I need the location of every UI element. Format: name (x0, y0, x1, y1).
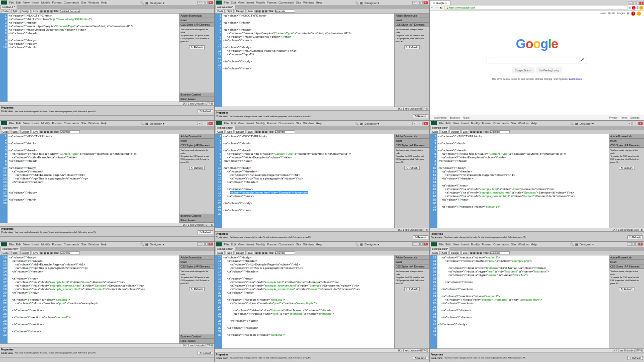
design-view-button[interactable]: Design (449, 251, 461, 255)
menu-item[interactable]: Commands (64, 122, 79, 125)
menu-item[interactable]: Help (316, 122, 322, 125)
panel-css-styles[interactable]: CSS Styles | AP Elements (609, 143, 644, 148)
workspace-label[interactable]: Designer ▾ (150, 122, 164, 125)
workspace-label[interactable]: Designer ▾ (580, 122, 594, 125)
minimize-button[interactable]: – (197, 122, 202, 125)
menu-item[interactable]: Insert (32, 243, 39, 246)
panel-insert[interactable]: Insert (179, 18, 214, 23)
panel-css-styles[interactable]: CSS Styles | AP Elements (395, 23, 429, 27)
minimize-button[interactable]: – (628, 2, 633, 5)
properties-refresh-button[interactable]: ↻ Refresh (413, 356, 428, 360)
design-view-button[interactable]: Design (20, 9, 31, 13)
split-view-button[interactable]: Split (11, 251, 19, 255)
maximize-button[interactable]: □ (418, 122, 423, 125)
menu-item[interactable]: Insert (32, 122, 39, 125)
menu-item[interactable]: Format (267, 1, 277, 4)
document-tab[interactable]: example.html* (216, 5, 235, 9)
title-input[interactable] (60, 251, 80, 254)
menu-item[interactable]: File (9, 243, 14, 246)
split-view-button[interactable]: Split (226, 130, 234, 134)
layout-icon[interactable]: ▦ (145, 1, 148, 5)
menu-item[interactable]: Commands (64, 1, 79, 4)
close-button[interactable]: × (208, 242, 213, 246)
panel-css-styles[interactable]: CSS Styles | AP Elements (179, 23, 214, 27)
workspace-label[interactable]: Designer ▾ (150, 242, 164, 246)
menu-item[interactable]: Site (81, 1, 86, 4)
menu-item[interactable]: View (238, 122, 244, 125)
search-icon[interactable]: 🔍 (140, 242, 144, 246)
live-view-button[interactable]: Live (32, 9, 39, 13)
menu-item[interactable]: Window (88, 243, 99, 246)
menu-item[interactable]: Insert (462, 243, 469, 246)
menu-item[interactable]: Window (88, 122, 99, 125)
menu-item[interactable]: Commands (279, 243, 294, 246)
menu-item[interactable]: File (439, 243, 444, 246)
menu-item[interactable]: Edit (445, 122, 450, 125)
properties-refresh-button[interactable]: ↻ Refresh (198, 109, 213, 113)
minimize-button[interactable]: – (197, 1, 202, 5)
document-tab[interactable]: example.html* (216, 247, 235, 251)
live-view-button[interactable]: Live (247, 251, 254, 255)
menu-item[interactable]: View (23, 122, 30, 125)
panel-adobe-browserlab[interactable]: Adobe BrowserLab (179, 255, 214, 260)
menu-item[interactable]: Commands (64, 243, 79, 246)
workspace-label[interactable]: Designer ▾ (364, 1, 379, 5)
panel-css-styles[interactable]: CSS Styles | AP Elements (609, 264, 644, 269)
search-icon[interactable]: 🔍 (140, 1, 144, 5)
search-icon[interactable]: 🔍 (355, 122, 358, 125)
layout-icon[interactable]: ▦ (145, 242, 148, 246)
menu-item[interactable]: Edit (231, 1, 236, 4)
workspace-label[interactable]: Designer ▾ (364, 242, 379, 246)
menu-item[interactable]: Help (101, 122, 107, 125)
menu-item[interactable]: Edit (231, 243, 236, 246)
close-button[interactable]: × (423, 1, 428, 5)
code-editor[interactable]: <a">class="t">!DOCTYPE html><a">class="t… (437, 134, 609, 227)
forward-icon[interactable]: → (435, 6, 439, 10)
minimize-button[interactable]: – (412, 1, 417, 5)
menu-item[interactable]: Modify (471, 122, 480, 125)
menu-item[interactable]: Edit (16, 1, 21, 4)
panel-adobe-browserlab[interactable]: Adobe BrowserLab (609, 134, 644, 139)
layout-icon[interactable]: ▦ (360, 122, 363, 125)
learn-more-link[interactable]: Learn more (569, 77, 582, 80)
document-tab[interactable]: example.html* (216, 126, 235, 130)
apps-icon[interactable]: ▦ (627, 12, 629, 16)
close-button[interactable]: × (208, 122, 213, 125)
menu-item[interactable]: Commands (279, 1, 294, 4)
menu-item[interactable]: Modify (256, 243, 265, 246)
refresh-button[interactable]: ↻ Refresh (619, 287, 634, 291)
search-icon[interactable]: 🔍 (140, 122, 144, 125)
menu-item[interactable]: View (23, 243, 30, 246)
close-button[interactable]: × (639, 2, 644, 5)
menu-item[interactable]: File (9, 122, 14, 125)
menu-item[interactable]: Edit (445, 243, 450, 246)
refresh-button[interactable]: ↻ Refresh (404, 287, 420, 291)
layout-icon[interactable]: ▦ (360, 242, 363, 246)
menu-item[interactable]: Modify (256, 1, 265, 4)
panel-adobe-browserlab[interactable]: Adobe BrowserLab (179, 134, 214, 139)
panel-insert[interactable]: Insert (609, 139, 644, 143)
menu-item[interactable]: Help (101, 1, 107, 4)
menu-item[interactable]: File (9, 1, 14, 4)
menu-item[interactable]: Site (296, 122, 301, 125)
design-view-button[interactable]: Design (235, 9, 246, 13)
menu-item[interactable]: View (453, 122, 459, 125)
panel-css-styles[interactable]: CSS Styles | AP Elements (179, 143, 214, 148)
menu-item[interactable]: Format (52, 1, 62, 4)
footer-link[interactable]: Business (449, 116, 459, 119)
menu-item[interactable]: Window (88, 1, 99, 4)
design-view-button[interactable]: Design (20, 251, 31, 255)
reload-icon[interactable]: ↻ (440, 6, 443, 10)
split-view-button[interactable]: Split (226, 251, 234, 255)
code-view-button[interactable]: Code (216, 251, 225, 255)
menu-item[interactable]: Window (303, 1, 314, 4)
menu-item[interactable]: Edit (16, 122, 21, 125)
code-view-button[interactable]: Code (1, 9, 10, 13)
code-view-button[interactable]: Code (431, 130, 440, 134)
menu-item[interactable]: Insert (246, 243, 254, 246)
title-input[interactable] (275, 251, 295, 254)
menu-item[interactable]: File (224, 1, 229, 4)
menu-item[interactable]: Modify (256, 122, 265, 125)
menu-item[interactable]: Format (482, 243, 491, 246)
panel-business-catalyst[interactable]: Business Catalyst (179, 334, 214, 339)
